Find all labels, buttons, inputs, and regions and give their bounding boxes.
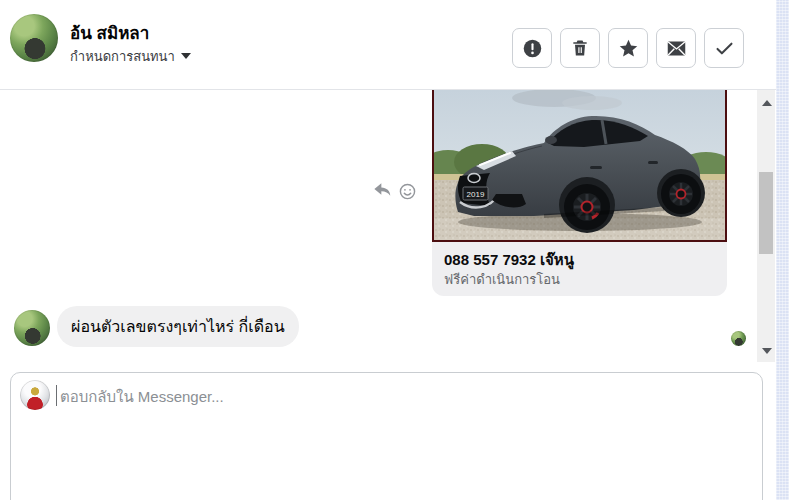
car-photo-illustration: 2019: [434, 90, 725, 240]
contact-avatar[interactable]: [10, 14, 58, 62]
incoming-message-bubble[interactable]: ผ่อนตัวเลขตรงๆเท่าไหร่ กี่เดือน: [57, 306, 299, 347]
attachment-caption-card[interactable]: 088 557 7932 เจ๊หนู ฟรีค่าดำเนินการโอน: [432, 242, 727, 296]
rear-wheel: [661, 174, 701, 214]
exclamation-circle-icon: [522, 38, 543, 59]
envelope-icon: [666, 38, 687, 59]
conversation-schedule-label: กำหนดการสนทนา: [70, 46, 175, 67]
attachment-photo[interactable]: 2019: [432, 90, 727, 242]
header-action-buttons: [512, 28, 744, 68]
scroll-down-arrow-icon[interactable]: [762, 348, 772, 354]
attachment-subtitle: ฟรีค่าดำเนินการโอน: [444, 271, 715, 288]
page-profile-avatar: [20, 380, 50, 410]
delete-button[interactable]: [560, 28, 600, 68]
svg-text:2019: 2019: [467, 190, 485, 199]
plate-badge: 2019: [463, 187, 488, 200]
reply-icon[interactable]: [373, 182, 392, 203]
chat-scrollbar-thumb[interactable]: [759, 172, 773, 254]
contact-name: อ้น สมิหลา: [70, 19, 149, 46]
report-button[interactable]: [512, 28, 552, 68]
reply-placeholder[interactable]: ตอบกลับใน Messenger...: [60, 386, 224, 407]
scroll-up-arrow-icon[interactable]: [762, 100, 772, 106]
star-icon: [618, 38, 639, 59]
conversation-schedule-dropdown[interactable]: กำหนดการสนทนา: [70, 48, 191, 64]
attachment-title: 088 557 7932 เจ๊หนู: [444, 250, 715, 269]
conversation-header: อ้น สมิหลา กำหนดการสนทนา: [0, 0, 776, 90]
mark-unread-button[interactable]: [656, 28, 696, 68]
check-icon: [714, 38, 735, 59]
front-wheel: [564, 184, 610, 230]
page-edge-scroll-strip[interactable]: [776, 0, 789, 500]
mark-done-button[interactable]: [704, 28, 744, 68]
message-sender-avatar[interactable]: [14, 310, 50, 346]
star-button[interactable]: [608, 28, 648, 68]
chevron-down-icon: [181, 53, 191, 59]
text-caret: [56, 385, 57, 406]
trash-icon: [570, 38, 590, 58]
seen-indicator-avatar: [731, 331, 746, 346]
emoji-smile-icon[interactable]: [399, 183, 416, 204]
